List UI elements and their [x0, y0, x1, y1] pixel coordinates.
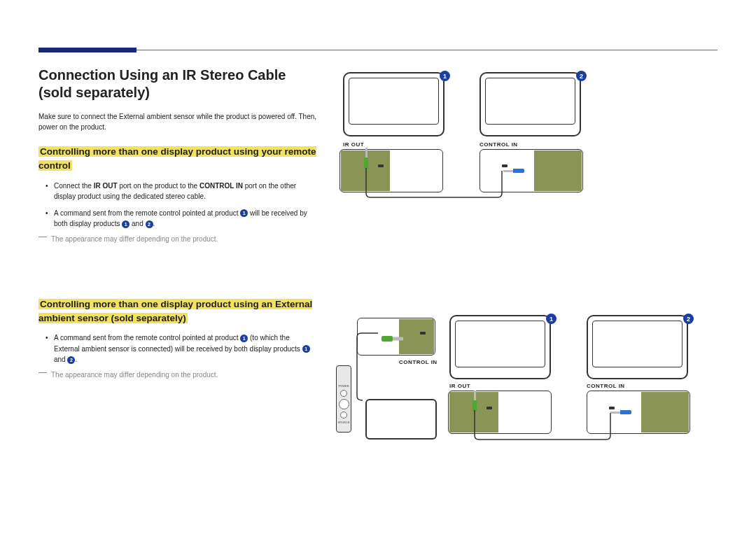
diagram-1: 1 2 IR OUT CONTROL IN — [340, 66, 732, 206]
tv-icon — [479, 72, 581, 136]
number-badge-1: 1 — [240, 335, 248, 342]
port-label-controlin: CONTROL IN — [479, 141, 518, 148]
section-accent-bar — [38, 48, 136, 52]
remote-icon: POWER SOURCE — [336, 365, 351, 433]
cable-icon — [357, 333, 385, 403]
port-label-irout: IR OUT — [343, 141, 364, 148]
number-badge-2: 2 — [576, 71, 587, 81]
section2-heading: Controlling more than one display produc… — [38, 299, 312, 323]
number-badge-2: 2 — [146, 220, 153, 228]
note-line: The appearance may differ depending on t… — [38, 235, 318, 243]
header-divider — [136, 50, 718, 50]
number-badge-1: 1 — [122, 220, 130, 228]
tv-icon — [449, 315, 551, 379]
page-title: Connection Using an IR Stereo Cable (sol… — [38, 66, 318, 101]
cable-icon — [475, 410, 622, 442]
port-label-irout: IR OUT — [449, 383, 470, 389]
number-badge-1: 1 — [302, 345, 310, 353]
note-line: The appearance may differ depending on t… — [38, 371, 318, 379]
section2-bullets: A command sent from the remote control p… — [38, 332, 315, 365]
intro-text: Make sure to connect the External ambien… — [38, 111, 318, 132]
jack-green-icon — [382, 333, 405, 346]
number-badge-1: 1 — [546, 314, 556, 324]
port-label-controlin: CONTROL IN — [399, 359, 438, 365]
tv-icon — [343, 72, 444, 136]
list-item: A command sent from the remote control p… — [54, 332, 315, 365]
number-badge-1: 1 — [240, 209, 248, 217]
section1-bullets: Connect the IR OUT port on the product t… — [38, 181, 315, 230]
port-panel — [641, 392, 689, 433]
sensor-device-icon — [365, 399, 437, 440]
number-badge-2: 2 — [683, 314, 694, 324]
number-badge-1: 1 — [440, 71, 450, 81]
cable-icon — [366, 168, 513, 199]
svg-rect-1 — [393, 337, 403, 341]
port-label-controlin: CONTROL IN — [587, 383, 625, 389]
tv-icon — [587, 315, 688, 379]
list-item: A command sent from the remote control p… — [54, 208, 315, 230]
list-item: Connect the IR OUT port on the product t… — [54, 181, 315, 202]
section1-heading: Controlling more than one display produc… — [38, 146, 316, 171]
diagram-2: 1 2 CONTROL IN POWER SOURCE IR OUT CONTR… — [329, 315, 742, 469]
number-badge-2: 2 — [67, 356, 75, 364]
port-panel — [534, 150, 582, 191]
